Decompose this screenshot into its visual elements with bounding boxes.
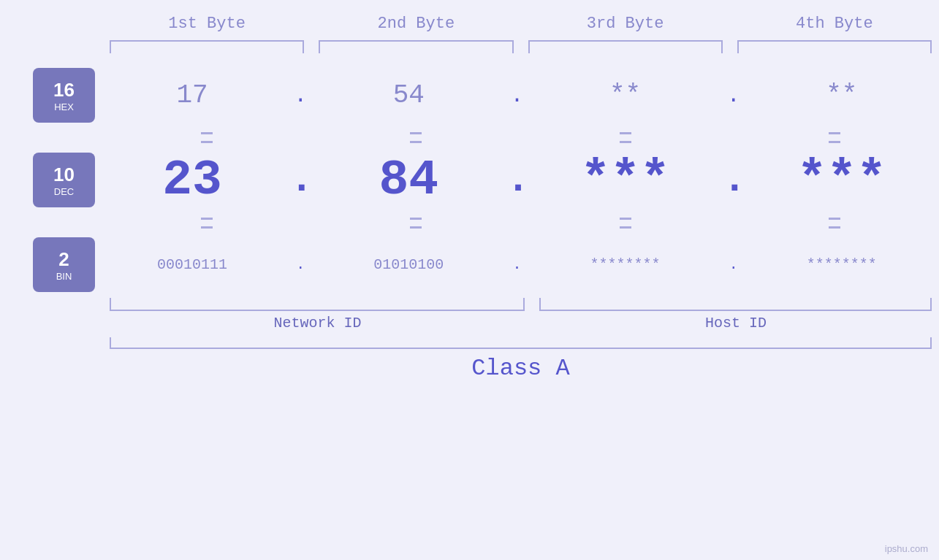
class-label: Class A xyxy=(102,355,939,389)
byte1-header: 1st Byte xyxy=(102,15,311,33)
dec-byte4: *** xyxy=(745,152,939,208)
bin-byte2: 01010100 xyxy=(311,256,506,273)
bin-byte4: ******** xyxy=(745,256,939,273)
bracket-byte4 xyxy=(737,40,932,53)
dec-values: 23 . 84 . *** . *** xyxy=(95,152,939,208)
dec-base-label: DEC xyxy=(54,186,74,197)
bottom-section: Network ID Host ID Class A xyxy=(102,292,939,389)
bracket-byte1 xyxy=(110,40,304,53)
equals-cell-8 xyxy=(730,216,939,230)
equals-cell-1 xyxy=(102,131,311,145)
id-labels-row: Network ID Host ID xyxy=(102,315,939,331)
hex-byte4: ** xyxy=(745,80,939,110)
hex-values: 17 . 54 . ** . ** xyxy=(95,80,939,110)
equals-row-1 xyxy=(102,123,939,152)
bin-byte1: 00010111 xyxy=(95,256,289,273)
dec-dot2: . xyxy=(506,157,528,203)
bin-values: 00010111 . 01010100 . ******** . *******… xyxy=(95,256,939,273)
byte4-header: 4th Byte xyxy=(730,15,939,33)
dec-byte1: 23 xyxy=(95,152,289,208)
equals-cell-5 xyxy=(102,216,311,230)
hex-dot2: . xyxy=(506,83,528,108)
dec-dot3: . xyxy=(723,157,745,203)
hex-dot1: . xyxy=(289,83,311,108)
id-brackets-row xyxy=(102,298,939,311)
byte2-header: 2nd Byte xyxy=(311,15,520,33)
hex-byte1: 17 xyxy=(95,80,289,110)
hex-byte2: 54 xyxy=(311,80,506,110)
byte3-header: 3rd Byte xyxy=(521,15,730,33)
bin-row: 2 BIN 00010111 . 01010100 . ******** . *… xyxy=(0,237,939,292)
bin-badge: 2 BIN xyxy=(33,237,95,292)
hex-base-label: HEX xyxy=(54,101,74,112)
outer-bracket xyxy=(110,337,932,349)
dec-byte2: 84 xyxy=(311,152,506,208)
dec-base-number: 10 xyxy=(53,164,75,186)
top-brackets xyxy=(102,40,939,53)
equals-cell-7 xyxy=(521,216,730,230)
bin-dot1: . xyxy=(289,256,311,273)
bin-byte3: ******** xyxy=(528,256,723,273)
bracket-byte3 xyxy=(528,40,723,53)
bin-dot2: . xyxy=(506,256,528,273)
byte-headers: 1st Byte 2nd Byte 3rd Byte 4th Byte xyxy=(102,0,939,40)
bin-base-label: BIN xyxy=(56,271,72,282)
host-id-label: Host ID xyxy=(533,315,939,331)
equals-cell-4 xyxy=(730,131,939,145)
bin-base-number: 2 xyxy=(58,248,69,271)
hex-badge: 16 HEX xyxy=(33,68,95,123)
hex-base-number: 16 xyxy=(53,79,75,101)
hex-byte3: ** xyxy=(528,80,723,110)
network-id-label: Network ID xyxy=(102,315,533,331)
bracket-byte2 xyxy=(319,40,513,53)
dec-row: 10 DEC 23 . 84 . *** . *** xyxy=(0,152,939,208)
watermark: ipshu.com xyxy=(885,543,928,554)
host-id-bracket xyxy=(539,298,932,311)
dec-badge: 10 DEC xyxy=(33,153,95,207)
equals-cell-6 xyxy=(311,216,520,230)
main-container: 1st Byte 2nd Byte 3rd Byte 4th Byte 16 H… xyxy=(0,0,939,560)
bin-dot3: . xyxy=(723,256,745,273)
equals-cell-2 xyxy=(311,131,520,145)
hex-row: 16 HEX 17 . 54 . ** . ** xyxy=(0,68,939,123)
network-id-bracket xyxy=(110,298,525,311)
dec-byte3: *** xyxy=(528,152,723,208)
equals-row-2 xyxy=(102,208,939,237)
equals-cell-3 xyxy=(521,131,730,145)
dec-dot1: . xyxy=(289,157,311,203)
hex-dot3: . xyxy=(723,83,745,108)
